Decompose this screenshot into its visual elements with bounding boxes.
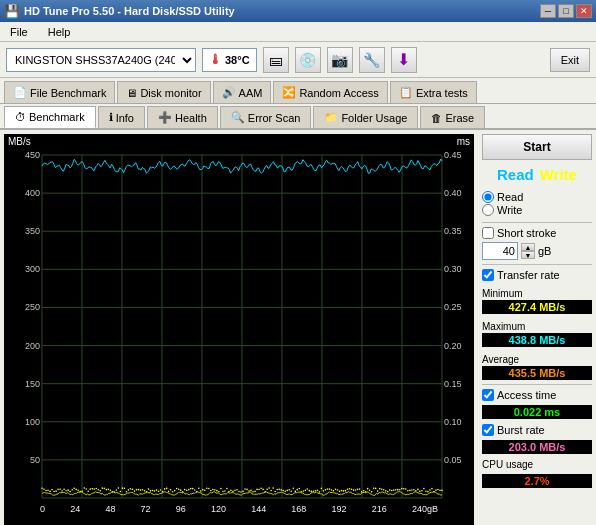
maximum-section: Maximum 438.8 MB/s bbox=[482, 319, 592, 347]
spin-up-button[interactable]: ▲ bbox=[521, 243, 535, 251]
write-label: Write bbox=[540, 166, 577, 183]
wrench-button[interactable]: 🔧 bbox=[359, 47, 385, 73]
read-label: Read bbox=[497, 166, 534, 183]
write-radio-row[interactable]: Write bbox=[482, 204, 592, 216]
access-time-checkbox[interactable] bbox=[482, 389, 494, 401]
y-right-label: ms bbox=[457, 136, 470, 147]
average-label: Average bbox=[482, 354, 592, 365]
app-icon: 💾 bbox=[4, 4, 20, 19]
minimize-button[interactable]: ─ bbox=[540, 4, 556, 18]
start-button[interactable]: Start bbox=[482, 134, 592, 160]
average-section: Average 435.5 MB/s bbox=[482, 352, 592, 380]
menu-bar: File Help bbox=[0, 22, 596, 42]
short-stroke-input[interactable] bbox=[482, 242, 518, 260]
tab-folder-usage[interactable]: 📁 Folder Usage bbox=[313, 106, 418, 128]
cpu-usage-label: CPU usage bbox=[482, 459, 592, 470]
spin-down-button[interactable]: ▼ bbox=[521, 251, 535, 259]
random-access-icon: 🔀 bbox=[282, 86, 296, 99]
gb-label: gB bbox=[538, 245, 551, 257]
burst-rate-row[interactable]: Burst rate bbox=[482, 424, 592, 436]
temperature-value: 38°C bbox=[225, 54, 250, 66]
disk2-button[interactable]: 💿 bbox=[295, 47, 321, 73]
tab-file-benchmark[interactable]: 📄 File Benchmark bbox=[4, 81, 115, 103]
divider1 bbox=[482, 222, 592, 223]
drive-select[interactable]: KINGSTON SHSS37A240G (240 gB) bbox=[6, 48, 196, 72]
tab-erase[interactable]: 🗑 Erase bbox=[420, 106, 485, 128]
y-left-label: MB/s bbox=[8, 136, 31, 147]
x-axis: 0 24 48 72 96 120 144 168 192 216 240gB bbox=[4, 504, 474, 514]
tab-benchmark[interactable]: ⏱ Benchmark bbox=[4, 106, 96, 128]
access-time-row[interactable]: Access time bbox=[482, 389, 592, 401]
error-scan-icon: 🔍 bbox=[231, 111, 245, 124]
maximize-button[interactable]: □ bbox=[558, 4, 574, 18]
maximum-label: Maximum bbox=[482, 321, 592, 332]
average-value: 435.5 MB/s bbox=[482, 366, 592, 380]
burst-rate-value: 203.0 MB/s bbox=[482, 440, 592, 454]
access-time-value: 0.022 ms bbox=[482, 405, 592, 419]
tab-health[interactable]: ➕ Health bbox=[147, 106, 218, 128]
tab-info[interactable]: ℹ Info bbox=[98, 106, 145, 128]
disk-monitor-icon: 🖥 bbox=[126, 87, 137, 99]
exit-button[interactable]: Exit bbox=[550, 48, 590, 72]
camera-button[interactable]: 📷 bbox=[327, 47, 353, 73]
divider2 bbox=[482, 264, 592, 265]
short-stroke-row[interactable]: Short stroke bbox=[482, 227, 592, 239]
tab-error-scan[interactable]: 🔍 Error Scan bbox=[220, 106, 312, 128]
tab-random-access[interactable]: 🔀 Random Access bbox=[273, 81, 387, 103]
folder-usage-icon: 📁 bbox=[324, 111, 338, 124]
tab-bar-bottom: ⏱ Benchmark ℹ Info ➕ Health 🔍 Error Scan… bbox=[0, 104, 596, 130]
write-radio[interactable] bbox=[482, 204, 494, 216]
minimum-section: Minimum 427.4 MB/s bbox=[482, 286, 592, 314]
read-radio-row[interactable]: Read bbox=[482, 191, 592, 203]
title-bar-controls: ─ □ ✕ bbox=[540, 4, 592, 18]
info-icon: ℹ bbox=[109, 111, 113, 124]
temperature-display: 🌡 38°C bbox=[202, 48, 257, 72]
title-bar: 💾 HD Tune Pro 5.50 - Hard Disk/SSD Utili… bbox=[0, 0, 596, 22]
maximum-value: 438.8 MB/s bbox=[482, 333, 592, 347]
aam-icon: 🔊 bbox=[222, 86, 236, 99]
read-radio[interactable] bbox=[482, 191, 494, 203]
menu-help[interactable]: Help bbox=[42, 24, 77, 40]
burst-rate-checkbox[interactable] bbox=[482, 424, 494, 436]
tab-bar-top: 📄 File Benchmark 🖥 Disk monitor 🔊 AAM 🔀 … bbox=[0, 78, 596, 104]
main-content: MB/s ms 0 24 48 72 96 120 144 168 192 21… bbox=[0, 130, 596, 525]
close-button[interactable]: ✕ bbox=[576, 4, 592, 18]
short-stroke-spinrow: ▲ ▼ gB bbox=[482, 242, 592, 260]
extra-tests-icon: 📋 bbox=[399, 86, 413, 99]
chart-container: MB/s ms 0 24 48 72 96 120 144 168 192 21… bbox=[4, 134, 474, 525]
menu-file[interactable]: File bbox=[4, 24, 34, 40]
thermometer-icon: 🌡 bbox=[209, 52, 222, 67]
tab-aam[interactable]: 🔊 AAM bbox=[213, 81, 272, 103]
divider3 bbox=[482, 384, 592, 385]
benchmark-icon: ⏱ bbox=[15, 111, 26, 123]
right-panel: Start Read Write Read Write Short stroke… bbox=[478, 130, 596, 525]
rw-label: Read Write bbox=[482, 163, 592, 186]
toolbar: KINGSTON SHSS37A240G (240 gB) 🌡 38°C 🖴 💿… bbox=[0, 42, 596, 78]
file-benchmark-icon: 📄 bbox=[13, 86, 27, 99]
erase-icon: 🗑 bbox=[431, 112, 442, 124]
transfer-rate-checkbox[interactable] bbox=[482, 269, 494, 281]
transfer-rate-row[interactable]: Transfer rate bbox=[482, 269, 592, 281]
tab-disk-monitor[interactable]: 🖥 Disk monitor bbox=[117, 81, 210, 103]
cpu-usage-value: 2.7% bbox=[482, 474, 592, 488]
minimum-value: 427.4 MB/s bbox=[482, 300, 592, 314]
minimum-label: Minimum bbox=[482, 288, 592, 299]
short-stroke-checkbox[interactable] bbox=[482, 227, 494, 239]
tab-extra-tests[interactable]: 📋 Extra tests bbox=[390, 81, 477, 103]
title-bar-left: 💾 HD Tune Pro 5.50 - Hard Disk/SSD Utili… bbox=[4, 4, 235, 19]
chart-header: MB/s ms bbox=[4, 134, 474, 149]
disk1-button[interactable]: 🖴 bbox=[263, 47, 289, 73]
benchmark-chart bbox=[4, 149, 474, 504]
title-text: HD Tune Pro 5.50 - Hard Disk/SSD Utility bbox=[24, 5, 235, 17]
spin-buttons: ▲ ▼ bbox=[521, 243, 535, 259]
health-icon: ➕ bbox=[158, 111, 172, 124]
read-write-radio: Read Write bbox=[482, 189, 592, 218]
download-button[interactable]: ⬇ bbox=[391, 47, 417, 73]
